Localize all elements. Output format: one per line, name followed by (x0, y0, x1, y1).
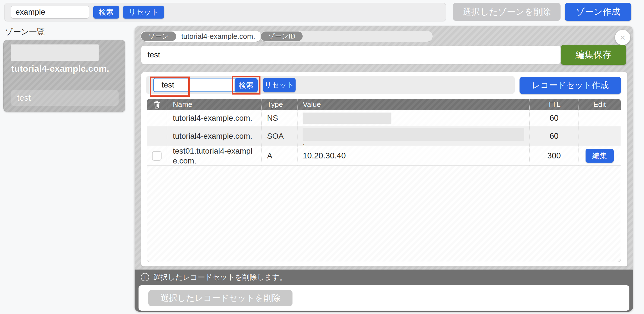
close-icon[interactable]: × (615, 30, 630, 45)
header-ttl: TTL (529, 99, 578, 110)
zone-reset-button[interactable]: リセット (123, 6, 164, 19)
trash-icon (147, 99, 167, 110)
info-icon: i (141, 273, 149, 281)
recordset-table: Name Type Value TTL Edit tutorial4-examp… (147, 99, 621, 262)
record-value-redacted (303, 113, 391, 124)
recordset-search-bar: 検索 リセット (146, 76, 515, 94)
recordset-delete-footer: i 選択したレコードセットを削除します。 選択したレコードセットを削除 (135, 270, 633, 312)
delete-selected-zone-button[interactable]: 選択したゾーンを削除 (453, 3, 561, 21)
annotation-box-search-button: 検索 (232, 76, 260, 95)
record-checkbox[interactable] (152, 151, 162, 161)
zone-pill-label: ゾーン (141, 32, 176, 41)
zone-card-name: tutorial4-example.com. (11, 64, 109, 74)
record-value: 10.20.30.40 (297, 146, 529, 165)
record-ttl: 60 (529, 110, 578, 126)
zone-card-sub-item[interactable]: test (11, 90, 119, 106)
create-recordset-button[interactable]: レコードセット作成 (520, 77, 621, 94)
recordset-reset-button[interactable]: リセット (263, 78, 296, 92)
header-name: Name (167, 99, 261, 110)
header-edit: Edit (578, 99, 621, 110)
edit-record-button[interactable]: 編集 (586, 149, 614, 163)
table-row: tutorial4-example.com. NS 60 (147, 110, 621, 126)
table-row: tutorial4-example.com. SOA , 60 (147, 126, 621, 146)
record-name: tutorial4-example.com. (167, 110, 261, 126)
zone-name-input[interactable] (141, 46, 561, 64)
zone-search-button[interactable]: 検索 (93, 6, 119, 19)
zone-search-bar: 検索 リセット (4, 3, 446, 21)
record-type: A (261, 146, 297, 165)
table-row: test01.tutorial4-example.com. A 10.20.30… (147, 146, 621, 166)
zone-card-redacted-id (11, 44, 99, 61)
save-edit-button[interactable]: 編集保存 (561, 45, 626, 65)
zone-search-input[interactable] (11, 6, 89, 19)
record-name: test01.tutorial4-example.com. (173, 146, 261, 166)
recordset-search-input[interactable] (153, 78, 237, 92)
record-name: tutorial4-example.com. (167, 126, 261, 146)
zone-pill-value: tutorial4-example.com. (177, 32, 255, 41)
record-type: SOA (261, 126, 297, 146)
record-ttl: 60 (529, 126, 578, 146)
recordset-panel: 検索 リセット レコードセット作成 Name Type Value TTL Ed… (141, 72, 627, 266)
zone-id-pill-label: ゾーンID (261, 32, 303, 41)
delete-selected-recordset-button[interactable]: 選択したレコードセットを削除 (148, 290, 292, 306)
record-ttl: 300 (529, 146, 578, 165)
footer-info-text: 選択したレコードセットを削除します。 (153, 272, 287, 282)
table-header-row: Name Type Value TTL Edit (147, 99, 621, 110)
zone-detail-panel: ゾーン tutorial4-example.com. ゾーンID × 編集保存 … (135, 26, 633, 312)
zone-card[interactable]: tutorial4-example.com. test (3, 40, 125, 112)
header-value: Value (297, 99, 529, 110)
record-value-redacted (303, 128, 524, 141)
record-type: NS (261, 110, 297, 126)
zone-pill: ゾーン tutorial4-example.com. (140, 31, 261, 42)
recordset-search-button[interactable]: 検索 (235, 78, 258, 92)
record-value-suffix: , (303, 141, 524, 145)
footer-inner-panel: 選択したレコードセットを削除 (139, 285, 629, 311)
create-zone-button[interactable]: ゾーン作成 (565, 3, 631, 21)
zone-id-pill: ゾーンID (260, 31, 433, 42)
header-type: Type (261, 99, 297, 110)
zone-list-title: ゾーン一覧 (5, 26, 45, 37)
